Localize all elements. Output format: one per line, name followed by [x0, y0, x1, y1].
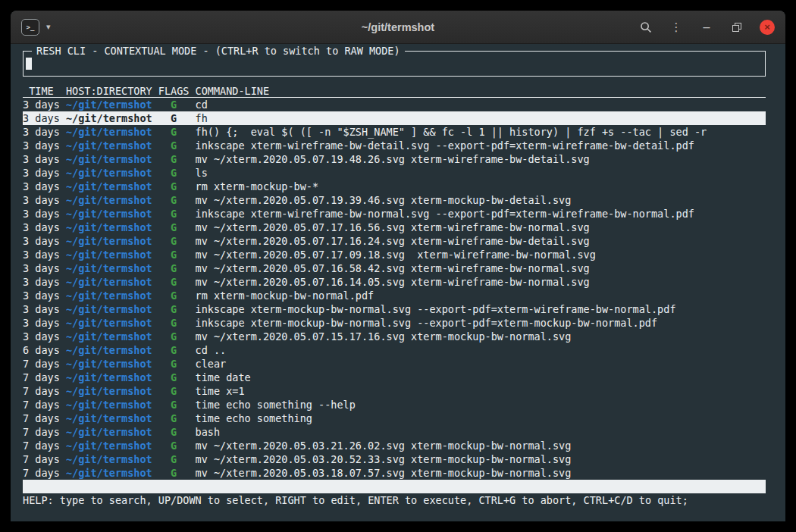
row-flags: G [158, 384, 190, 398]
history-row[interactable]: 3 days~/git/termshotGmv ~/xterm.2020.05.… [23, 261, 766, 275]
history-row[interactable]: 7 days~/git/termshotGmv ~/xterm.2020.05.… [23, 452, 766, 466]
text-cursor [26, 58, 32, 70]
table-header: TIME HOST:DIRECTORY FLAGS COMMAND-LINE [23, 84, 766, 98]
history-row[interactable]: 7 days~/git/termshotGtime echo something [23, 412, 766, 425]
row-flags: G [158, 289, 190, 302]
minimize-icon: – [704, 21, 710, 33]
history-row[interactable]: 3 days~/git/termshotGinkscape xterm-wire… [23, 207, 766, 221]
new-terminal-button[interactable]: >_ ▾ [21, 19, 51, 36]
header-time: TIME [23, 84, 60, 97]
terminal-screen[interactable]: RESH CLI - CONTEXTUAL MODE - (CTRL+R to … [11, 44, 785, 521]
row-command: cd [196, 98, 766, 111]
history-row[interactable]: 3 days~/git/termshotGmv ~/xterm.2020.05.… [23, 234, 766, 248]
row-directory: ~/git/termshot [66, 234, 152, 248]
row-flags: G [158, 316, 190, 330]
row-flags: G [158, 302, 190, 316]
row-time: 3 days [23, 221, 60, 234]
row-directory: ~/git/termshot [66, 398, 152, 412]
history-row[interactable]: 3 days~/git/termshotGinkscape xterm-wire… [23, 139, 766, 152]
history-row[interactable]: 7 days~/git/termshotGmv ~/xterm.2020.05.… [23, 466, 766, 480]
row-command: mv ~/xterm.2020.05.03.18.07.57.svg xterm… [196, 466, 766, 480]
row-time: 3 days [23, 152, 60, 166]
history-row[interactable]: 3 days~/git/termshotGmv ~/xterm.2020.05.… [23, 275, 766, 289]
row-command: mv ~/xterm.2020.05.07.16.14.05.svg xterm… [196, 275, 766, 289]
header-host-directory: HOST:DIRECTORY [66, 84, 152, 97]
row-directory: ~/git/termshot [66, 248, 152, 261]
row-flags: G [158, 180, 190, 193]
row-time: 7 days [23, 371, 60, 384]
row-command: bash [196, 425, 766, 439]
row-directory: ~/git/termshot [66, 371, 152, 384]
chevron-down-icon: ▾ [46, 23, 51, 31]
titlebar[interactable]: >_ ▾ ~/git/termshot ⋮ – [11, 11, 785, 44]
menu-button[interactable]: ⋮ [669, 20, 684, 35]
history-row[interactable]: 7 days~/git/termshotGtime date [23, 371, 766, 384]
row-flags: G [158, 343, 190, 357]
row-time: 3 days [23, 125, 60, 139]
header-flags: FLAGS [158, 84, 190, 97]
row-command: mv ~/xterm.2020.05.07.16.58.42.svg xterm… [196, 261, 766, 275]
history-row[interactable]: 3 days~/git/termshotGrm xterm-mockup-bw-… [23, 180, 766, 193]
search-icon [640, 21, 652, 33]
row-flags: G [158, 139, 190, 152]
row-directory: ~/git/termshot [66, 193, 152, 207]
history-row[interactable]: 3 days~/git/termshotGcd [23, 98, 766, 111]
row-time: 7 days [23, 412, 60, 425]
row-directory: ~/git/termshot [66, 98, 152, 111]
row-flags: G [158, 412, 190, 425]
row-directory: ~/git/termshot [66, 466, 152, 480]
history-row[interactable]: 7 days~/git/termshotGclear [23, 357, 766, 371]
history-row[interactable]: 3 days~/git/termshotGmv ~/xterm.2020.05.… [23, 221, 766, 234]
close-button[interactable]: × [760, 20, 775, 35]
row-time: 3 days [23, 316, 60, 330]
row-command: mv ~/xterm.2020.05.07.15.17.16.svg xterm… [196, 330, 766, 343]
history-row[interactable]: 3 days~/git/termshotGinkscape xterm-mock… [23, 316, 766, 330]
row-flags: G [158, 125, 190, 139]
history-row[interactable]: 3 days~/git/termshotGmv ~/xterm.2020.05.… [23, 248, 766, 261]
minimize-button[interactable]: – [699, 20, 714, 35]
history-row[interactable]: 3 days~/git/termshotGls [23, 166, 766, 180]
row-flags: G [158, 466, 190, 480]
history-row[interactable]: 3 days~/git/termshotGmv ~/xterm.2020.05.… [23, 152, 766, 166]
restore-button[interactable] [729, 20, 744, 35]
row-time: 3 days [23, 234, 60, 248]
history-row[interactable]: 3 days~/git/termshotGinkscape xterm-mock… [23, 302, 766, 316]
row-directory: ~/git/termshot [66, 357, 152, 371]
search-input[interactable]: RESH CLI - CONTEXTUAL MODE - (CTRL+R to … [23, 51, 766, 77]
history-row[interactable]: 3 days~/git/termshotGrm xterm-mockup-bw-… [23, 289, 766, 302]
row-time: 7 days [23, 384, 60, 398]
row-command: mv ~/xterm.2020.05.07.17.16.24.svg xterm… [196, 234, 766, 248]
history-row[interactable]: 3 days~/git/termshotGfh() {; eval $( ([ … [23, 125, 766, 139]
help-line: HELP: type to search, UP/DOWN to select,… [23, 493, 766, 507]
row-command: cd .. [196, 343, 766, 357]
history-list: 3 days~/git/termshotGcd3 days~/git/terms… [23, 98, 766, 480]
row-time: 6 days [23, 343, 60, 357]
row-flags: G [158, 98, 190, 111]
history-row[interactable]: 3 days~/git/termshotGmv ~/xterm.2020.05.… [23, 330, 766, 343]
row-time: 3 days [23, 275, 60, 289]
row-flags: G [158, 152, 190, 166]
history-row[interactable]: 7 days~/git/termshotGtime x=1 [23, 384, 766, 398]
row-directory: ~/git/termshot [66, 166, 152, 180]
row-time: 3 days [23, 289, 60, 302]
row-command: ls [196, 166, 766, 180]
row-directory: ~/git/termshot [66, 343, 152, 357]
row-time: 3 days [23, 248, 60, 261]
row-flags: G [158, 234, 190, 248]
search-button[interactable] [638, 20, 653, 35]
history-row[interactable]: 6 days~/git/termshotGcd .. [23, 343, 766, 357]
row-command: mv ~/xterm.2020.05.07.19.48.26.svg xterm… [196, 152, 766, 166]
row-command: inkscape xterm-wireframe-bw-detail.svg -… [196, 139, 766, 152]
history-row[interactable]: 3 days~/git/termshotGfh [23, 111, 766, 125]
row-flags: G [158, 452, 190, 466]
history-row[interactable]: 3 days~/git/termshotGmv ~/xterm.2020.05.… [23, 193, 766, 207]
history-row[interactable]: 7 days~/git/termshotGmv ~/xterm.2020.05.… [23, 439, 766, 452]
history-row[interactable]: 7 days~/git/termshotGbash [23, 425, 766, 439]
row-time: 3 days [23, 302, 60, 316]
row-flags: G [158, 371, 190, 384]
row-time: 3 days [23, 111, 60, 125]
row-directory: ~/git/termshot [66, 330, 152, 343]
row-flags: G [158, 439, 190, 452]
history-row[interactable]: 7 days~/git/termshotGtime echo something… [23, 398, 766, 412]
terminal-app-icon: >_ [21, 19, 39, 36]
